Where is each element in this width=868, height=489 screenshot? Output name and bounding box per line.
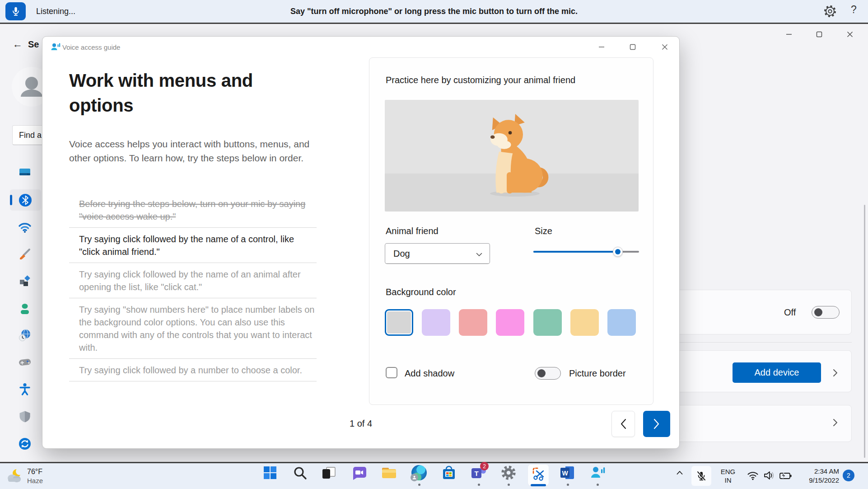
practice-title: Practice here by customizing your animal… <box>386 75 575 85</box>
voice-status-text: Listening... <box>36 0 75 23</box>
running-indicator <box>478 484 480 486</box>
chevron-right-icon[interactable] <box>832 418 838 427</box>
color-swatch-teal[interactable] <box>533 309 562 336</box>
active-app-indicator <box>531 484 546 486</box>
color-swatch-purple[interactable] <box>422 309 450 336</box>
mic-button[interactable] <box>5 2 26 20</box>
sidebar-item-windows-update[interactable] <box>18 437 32 451</box>
running-indicator <box>567 484 569 486</box>
settings-maximize-button[interactable] <box>814 29 824 41</box>
add-device-button[interactable]: Add device <box>733 362 821 383</box>
mic-muted-indicator[interactable] <box>691 466 711 486</box>
size-slider[interactable] <box>533 247 639 257</box>
snipping-tool-icon[interactable] <box>530 464 547 481</box>
start-button[interactable] <box>261 464 279 481</box>
running-indicator <box>508 484 510 486</box>
microphone-icon <box>11 6 21 16</box>
color-swatch-blue[interactable] <box>607 309 636 336</box>
dog-illustration <box>474 112 555 198</box>
teams-icon[interactable]: T 2 <box>470 464 487 481</box>
clock[interactable]: 2:34 AM 9/15/2022 <box>799 467 839 485</box>
notification-badge[interactable]: 2 <box>843 470 854 481</box>
battery-icon[interactable] <box>777 467 794 484</box>
back-arrow-icon[interactable]: ← <box>13 38 23 50</box>
weather-icon <box>5 467 23 486</box>
dialog-title: Voice access guide <box>62 43 120 51</box>
settings-minimize-button[interactable] <box>784 29 794 41</box>
dialog-maximize-button[interactable] <box>623 40 643 54</box>
color-swatch-magenta[interactable] <box>496 309 524 336</box>
wifi-icon[interactable] <box>744 467 761 484</box>
sidebar-item-time-language[interactable] <box>18 329 32 342</box>
weather-widget[interactable]: 76°F Haze <box>5 463 43 489</box>
step-item: Try saying "show numbers here" to place … <box>69 298 317 359</box>
search-icon[interactable] <box>291 464 308 481</box>
voice-access-icon[interactable] <box>589 464 606 481</box>
help-icon[interactable]: ? <box>851 4 857 16</box>
next-page-button[interactable] <box>643 411 670 437</box>
intro-text: Voice access helps you interact with but… <box>69 137 315 165</box>
sidebar-item-accessibility[interactable] <box>18 382 32 396</box>
dialog-close-button[interactable] <box>655 40 675 54</box>
color-swatch-peach[interactable] <box>570 309 599 336</box>
size-slider-thumb[interactable] <box>613 247 623 257</box>
word-icon[interactable]: W <box>559 464 576 481</box>
steps-list: Before trying the steps below, turn on y… <box>69 193 317 381</box>
sidebar-item-system[interactable] <box>18 166 32 179</box>
voice-access-guide-dialog: Voice access guide Work with menus and o… <box>42 36 680 449</box>
sidebar-item-apps[interactable] <box>18 275 32 288</box>
sidebar-item-gaming[interactable] <box>18 355 32 369</box>
sidebar-item-network-internet[interactable] <box>18 221 32 234</box>
practice-card: Practice here by customizing your animal… <box>369 57 653 405</box>
voice-access-app-icon <box>50 42 61 52</box>
gear-icon[interactable] <box>824 5 836 18</box>
chat-icon[interactable] <box>350 464 368 481</box>
volume-icon[interactable] <box>761 467 778 484</box>
sidebar-item-accounts[interactable] <box>18 302 32 315</box>
svg-text:W: W <box>562 470 568 477</box>
chevron-down-icon <box>476 249 482 259</box>
page-title: Work with menus and options <box>69 68 268 118</box>
animal-friend-value: Dog <box>393 249 410 259</box>
store-icon[interactable] <box>440 464 457 481</box>
chevron-right-icon[interactable] <box>832 368 838 377</box>
tray-chevron-up-icon[interactable] <box>671 464 688 481</box>
weather-condition: Haze <box>27 476 43 485</box>
task-view-icon[interactable] <box>320 464 337 481</box>
voice-access-bar: Listening... Say "turn off microphone" o… <box>0 0 868 23</box>
sidebar-item-privacy-security[interactable] <box>18 410 32 423</box>
sidebar-item-personalization[interactable] <box>18 248 32 261</box>
add-shadow-label: Add shadow <box>405 368 454 379</box>
dialog-minimize-button[interactable] <box>592 40 611 54</box>
running-indicator <box>418 484 420 486</box>
scrollbar[interactable] <box>864 205 865 458</box>
settings-close-button[interactable] <box>845 29 855 41</box>
picture-border-toggle[interactable] <box>535 367 561 380</box>
date-text: 9/15/2022 <box>799 476 839 485</box>
animal-picture <box>385 100 639 212</box>
picture-border-label: Picture border <box>569 368 626 379</box>
toggle-state-label: Off <box>784 307 796 318</box>
sidebar-item-bluetooth-devices[interactable] <box>18 193 32 207</box>
svg-text:T: T <box>474 470 478 477</box>
settings-title: Se <box>28 39 39 50</box>
time-text: 2:34 AM <box>799 467 839 476</box>
running-indicator <box>597 484 599 486</box>
settings-gear-icon[interactable] <box>500 464 517 481</box>
color-swatch-gray[interactable] <box>385 309 413 336</box>
size-slider-fill <box>533 251 618 253</box>
mic-muted-icon <box>696 470 707 481</box>
teams-badge: 2 <box>480 462 489 470</box>
previous-page-button[interactable] <box>611 411 635 437</box>
add-shadow-checkbox[interactable] <box>386 367 397 378</box>
language-indicator[interactable]: ENG IN <box>717 467 739 484</box>
settings-toggle-off[interactable] <box>812 306 840 319</box>
sidebar-selected-indicator <box>10 195 12 205</box>
pagination-text: 1 of 4 <box>350 418 372 429</box>
weather-temp: 76°F <box>27 467 43 476</box>
animal-friend-dropdown[interactable]: Dog <box>385 243 490 264</box>
color-swatch-salmon[interactable] <box>459 309 487 336</box>
animal-friend-label: Animal friend <box>386 226 439 236</box>
file-explorer-icon[interactable] <box>380 464 397 481</box>
edge-icon[interactable] <box>411 464 428 481</box>
